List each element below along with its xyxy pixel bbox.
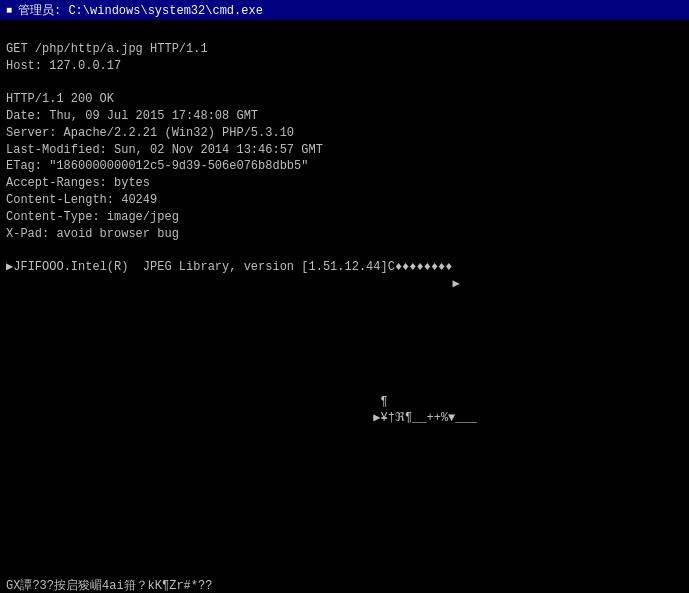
terminal-line xyxy=(6,343,683,360)
terminal-line xyxy=(6,511,683,528)
terminal-line: ¶ xyxy=(6,394,683,411)
terminal-line xyxy=(6,461,683,478)
terminal-line xyxy=(6,74,683,91)
terminal-line: X-Pad: avoid browser bug xyxy=(6,226,683,243)
terminal-line: ▶JFIFOOO.Intel(R) JPEG Library, version … xyxy=(6,259,683,276)
terminal-line: Host: 127.0.0.17 xyxy=(6,58,683,75)
terminal-line xyxy=(6,377,683,394)
terminal-line: GX譚?3?按启狻嵋4ai箝？kK¶Zr#*?? xyxy=(6,578,683,593)
terminal-line xyxy=(6,528,683,545)
terminal-line xyxy=(6,562,683,579)
terminal-line: Last-Modified: Sun, 02 Nov 2014 13:46:57… xyxy=(6,142,683,159)
terminal-line xyxy=(6,545,683,562)
title-bar: ■ 管理员: C:\windows\system32\cmd.exe xyxy=(0,0,689,20)
terminal-line: ▶¥†ℜ¶__++%▼___ xyxy=(6,410,683,427)
terminal-line xyxy=(6,242,683,259)
terminal-line: Server: Apache/2.2.21 (Win32) PHP/5.3.10 xyxy=(6,125,683,142)
terminal-line xyxy=(6,293,683,310)
terminal-line: GET /php/http/a.jpg HTTP/1.1 xyxy=(6,41,683,58)
terminal-line xyxy=(6,310,683,327)
terminal-line: ETag: "1860000000012c5-9d39-506e076b8dbb… xyxy=(6,158,683,175)
terminal-line xyxy=(6,478,683,495)
terminal-line xyxy=(6,427,683,444)
terminal-line: Date: Thu, 09 Jul 2015 17:48:08 GMT xyxy=(6,108,683,125)
title-bar-text: 管理员: C:\windows\system32\cmd.exe xyxy=(18,2,263,19)
terminal-line xyxy=(6,494,683,511)
terminal-body[interactable]: GET /php/http/a.jpg HTTP/1.1Host: 127.0.… xyxy=(0,20,689,593)
terminal-line xyxy=(6,326,683,343)
terminal-line: Content-Length: 40249 xyxy=(6,192,683,209)
title-bar-icon: ■ xyxy=(6,5,12,16)
terminal-line: Content-Type: image/jpeg xyxy=(6,209,683,226)
terminal-line: ▶ xyxy=(6,276,683,293)
terminal-line xyxy=(6,444,683,461)
terminal-line: Accept-Ranges: bytes xyxy=(6,175,683,192)
terminal-line: HTTP/1.1 200 OK xyxy=(6,91,683,108)
terminal-line xyxy=(6,360,683,377)
